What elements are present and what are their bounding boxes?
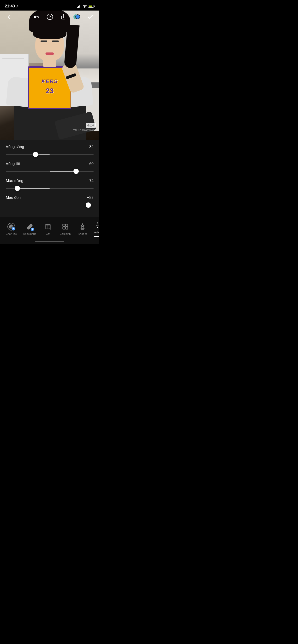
slider-mau-trang: Màu trắng -74 — [6, 178, 94, 191]
cau-hinh-icon — [61, 222, 70, 231]
slider-thumb-vung-toi[interactable] — [73, 169, 79, 174]
status-bar: 21:43 ↗ — [0, 0, 99, 10]
slider-label-mau-den: Màu đen — [6, 196, 21, 200]
confirm-button[interactable] — [86, 12, 95, 21]
status-icons — [77, 5, 95, 8]
status-time: 21:43 ↗ — [5, 4, 19, 8]
slider-thumb-mau-den[interactable] — [86, 202, 91, 208]
toolbar-item-khac-phuc[interactable]: ★ Khắc phục — [20, 222, 40, 236]
active-underline — [94, 236, 99, 237]
battery-icon — [88, 5, 95, 8]
toolbar-item-label-tu-dong: Tự động — [77, 232, 87, 236]
slider-thumb-mau-trang[interactable] — [15, 186, 20, 191]
slider-label-vung-toi: Vùng tối — [6, 162, 20, 166]
toolbar-item-chon-loc[interactable]: ★ Chọn lọc — [3, 222, 20, 236]
toolbar-item-cat[interactable]: Cắt — [40, 222, 56, 236]
svg-rect-1 — [63, 224, 65, 226]
help-icon: ? — [47, 14, 53, 20]
location-icon: ↗ — [16, 4, 19, 8]
svg-rect-3 — [63, 227, 65, 229]
svg-rect-0 — [46, 224, 50, 229]
slider-value-mau-trang: -74 — [88, 179, 94, 183]
slider-value-vung-toi: +60 — [87, 162, 94, 166]
watermark-id: 小红书号 H2029892268 — [73, 128, 96, 132]
signal-icon — [77, 5, 81, 8]
slider-track-vung-toi[interactable] — [6, 168, 94, 174]
toolbar-item-anh-sang[interactable]: Ánh sáng — [91, 220, 99, 238]
slider-vung-sang: Vùng sáng -32 — [6, 145, 94, 157]
slider-track-mau-den[interactable] — [6, 202, 94, 208]
slider-vung-toi: Vùng tối +60 — [6, 162, 94, 174]
slider-track-mau-trang[interactable] — [6, 186, 94, 191]
slider-label-vung-sang: Vùng sáng — [6, 145, 24, 149]
toolbar-right: ? — [32, 12, 95, 21]
toolbar-items-container: ★ Chọn lọc ★ Khắc phục — [0, 220, 99, 238]
slider-thumb-vung-sang[interactable] — [33, 152, 38, 157]
home-indicator — [0, 239, 99, 244]
toolbar-item-label-cau-hinh: Cấu hình — [60, 232, 71, 236]
svg-point-5 — [99, 224, 99, 227]
khac-phuc-icon: ★ — [26, 222, 34, 231]
anh-sang-icon — [95, 221, 99, 230]
share-button[interactable] — [59, 12, 68, 21]
time-display: 21:43 — [5, 4, 15, 8]
slider-mau-den: Màu đen +85 — [6, 196, 94, 208]
top-toolbar: ? — [0, 10, 99, 23]
slider-value-vung-sang: -32 — [88, 145, 94, 149]
controls-panel: Vùng sáng -32 Vùng tối +60 — [0, 140, 99, 217]
back-button[interactable] — [5, 12, 14, 21]
toolbar-item-tu-dong[interactable]: Tự động — [74, 222, 91, 236]
toolbar-item-label-anh-sang: Ánh sáng — [94, 231, 99, 234]
color-picker-button[interactable] — [72, 12, 81, 21]
toolbar-item-cau-hinh[interactable]: Cấu hình — [56, 222, 74, 236]
chon-loc-icon: ★ — [7, 222, 16, 231]
wifi-icon — [83, 5, 87, 8]
svg-rect-2 — [66, 224, 68, 226]
slider-value-mau-den: +85 — [87, 196, 94, 200]
watermark-badge: 小红书 — [86, 123, 96, 128]
tu-dong-icon — [78, 222, 87, 231]
toolbar-item-label-chon-loc: Chọn lọc — [6, 232, 17, 236]
help-button[interactable]: ? — [46, 12, 54, 21]
undo-button[interactable] — [32, 12, 41, 21]
toolbar-item-label-khac-phuc: Khắc phục — [23, 232, 36, 236]
home-bar — [35, 241, 64, 242]
slider-label-mau-trang: Màu trắng — [6, 178, 23, 183]
photo-area: KERS 23 小红书 小红书号 H2029892268 — [0, 10, 99, 140]
toolbar-item-label-cat: Cắt — [46, 232, 50, 236]
svg-rect-4 — [66, 227, 68, 229]
slider-track-vung-sang[interactable] — [6, 152, 94, 157]
bottom-toolbar: ★ Chọn lọc ★ Khắc phục — [0, 217, 99, 239]
cat-icon — [44, 222, 52, 231]
